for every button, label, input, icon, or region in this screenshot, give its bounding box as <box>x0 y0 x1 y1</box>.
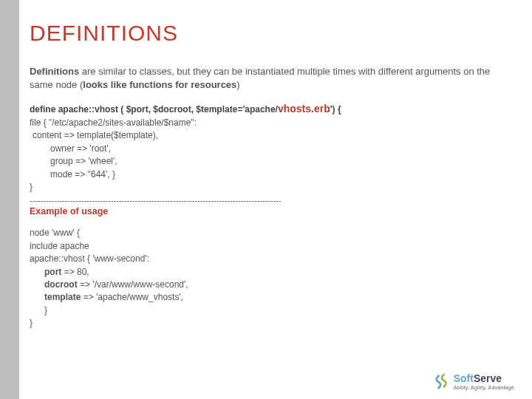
slide-content: DEFINITIONS Definitions are similar to c… <box>30 21 510 330</box>
define-body: file { "/etc/apache2/sites-available/$na… <box>30 117 510 194</box>
footer-logo: SoftServe Ability. Agility. Advantage. <box>434 372 516 390</box>
define-suffix: ') { <box>330 104 341 115</box>
kw: docroot <box>44 279 78 290</box>
define-signature: define apache::vhost ( $port, $docroot, … <box>30 103 510 115</box>
intro-paren-close: ) <box>236 79 239 90</box>
code-line: node 'www' { <box>30 227 510 239</box>
val: => '/var/www/www-second', <box>78 279 188 290</box>
code-line: } <box>30 317 510 330</box>
logo-icon <box>434 373 451 389</box>
intro-lead-bold: Definitions <box>30 66 79 77</box>
code-line: group => 'wheel', <box>30 155 510 168</box>
code-line: mode => "644', } <box>30 168 510 181</box>
code-line: } <box>30 304 510 317</box>
code-line: } <box>30 181 510 194</box>
define-prefix: define apache::vhost ( $port, $docroot, … <box>30 104 278 115</box>
example-header: Example of usage <box>30 206 510 216</box>
code-line: port => 80, <box>30 266 510 279</box>
code-line: include apache <box>30 240 510 253</box>
section-divider: ----------------------------------------… <box>30 196 510 205</box>
logo-brand-a: Soft <box>454 372 474 384</box>
logo-brand-b: Serve <box>474 372 502 384</box>
code-line: template => 'apache/www_vhosts', <box>30 291 510 304</box>
sidebar-accent <box>0 0 19 399</box>
usage-body: node 'www' { include apache apache::vhos… <box>30 227 510 330</box>
slide-title: DEFINITIONS <box>30 21 510 46</box>
code-line: owner => 'root', <box>30 143 510 155</box>
intro-paragraph: Definitions are similar to classes, but … <box>30 65 510 91</box>
kw: template <box>44 292 81 302</box>
val: => 80, <box>61 267 89 277</box>
code-line: apache::vhost { 'www-second': <box>30 253 510 265</box>
code-line: file { "/etc/apache2/sites-available/$na… <box>30 117 510 129</box>
val: => 'apache/www_vhosts', <box>81 292 183 302</box>
logo-tagline: Ability. Agility. Advantage. <box>454 385 516 390</box>
logo-text: SoftServe Ability. Agility. Advantage. <box>454 372 516 390</box>
kw: port <box>44 267 61 277</box>
code-line: docroot => '/var/www/www-second', <box>30 279 510 291</box>
intro-tail-bold: looks like functions for resources <box>83 79 236 90</box>
code-line: content => template($template), <box>30 129 510 142</box>
define-erb: vhosts.erb <box>278 103 330 115</box>
